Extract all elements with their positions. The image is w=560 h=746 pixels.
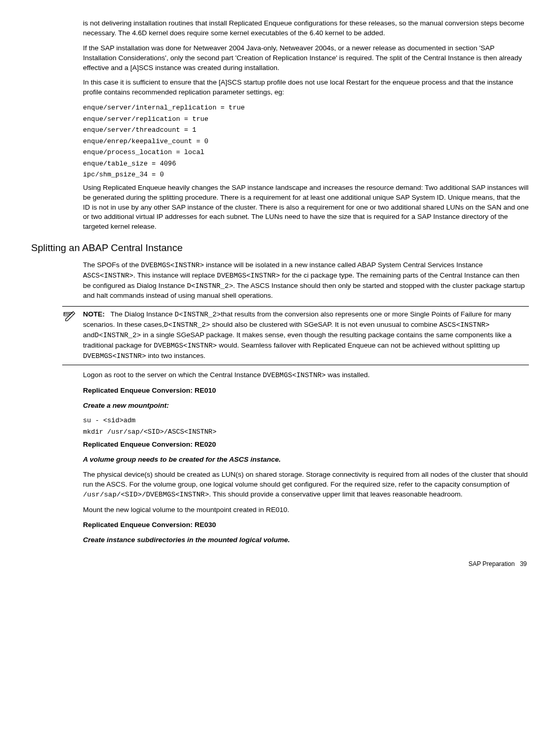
code-inline: D<INSTNR_2>	[164, 321, 210, 329]
code-line: enque/enrep/keepalive_count = 0	[83, 136, 529, 147]
subheading-volume-group: A volume group needs to be created for t…	[83, 455, 529, 465]
text: . This should provide a conservative upp…	[209, 490, 463, 498]
vg-p: The physical device(s) should be created…	[83, 470, 529, 500]
subheading-create-subdirs: Create instance subdirectories in the mo…	[83, 535, 529, 545]
code-line: su - <sid>adm	[83, 416, 529, 426]
subheading-re020: Replicated Enqueue Conversion: RE020	[83, 440, 529, 450]
code-inline: DVEBMGS<INSTNR>	[217, 272, 280, 280]
code-line: enque/server/threadcount = 1	[83, 125, 529, 135]
note-pencil-icon	[62, 310, 77, 327]
text: would. Seamless failover with Replicated…	[217, 341, 500, 349]
footer-label: SAP Preparation	[468, 560, 514, 568]
section-heading: Splitting an ABAP Central Instance	[31, 241, 529, 255]
code-inline: DVEBMGS<INSTNR>	[263, 371, 326, 379]
page-footer: SAP Preparation 39	[31, 560, 527, 569]
text: The physical device(s) should be created…	[83, 471, 528, 488]
text: instance will be isolated in a new insta…	[204, 261, 483, 269]
intro-p3: In this case it is sufficient to ensure …	[83, 78, 529, 98]
text: The SPOFs of the	[83, 261, 141, 269]
code-line: enque/server/internal_replication = true	[83, 103, 529, 113]
code-inline: DVEBMGS<INSTNR>	[141, 261, 204, 269]
subheading-create-mountpoint: Create a new mountpoint:	[83, 401, 529, 411]
code-inline: /usr/sap/<SID>/DVEBMGS<INSTNR>	[83, 491, 209, 499]
after-section: Logon as root to the server on which the…	[83, 370, 529, 545]
intro-section: is not delivering installation routines …	[83, 19, 529, 232]
text: . This instance will replace	[133, 271, 217, 279]
text: should also be clustered with SGeSAP. It…	[210, 321, 439, 328]
code-line: mkdir /usr/sap/<SID>/ASCS<INSTNR>	[83, 427, 529, 437]
code-line: enque/table_size = 4096	[83, 159, 529, 169]
subheading-re030: Replicated Enqueue Conversion: RE030	[83, 520, 529, 530]
note-block: NOTE: The Dialog Instance D<INSTNR_2>tha…	[62, 306, 529, 365]
code-inline: DVEBMGS<INSTNR>	[83, 352, 146, 360]
text: and	[83, 331, 95, 339]
code-line: ipc/shm_psize_34 = 0	[83, 170, 529, 180]
code-inline: D<INSTNR_2>	[175, 311, 221, 319]
text: Logon as root to the server on which the…	[83, 371, 263, 379]
text: The Dialog Instance	[110, 310, 175, 318]
text: was installed.	[326, 371, 370, 379]
logon-p: Logon as root to the server on which the…	[83, 370, 529, 381]
intro-p2: If the SAP installation was done for Net…	[83, 44, 529, 73]
note-label: NOTE:	[83, 310, 105, 318]
text: into two instances.	[146, 352, 206, 360]
split-section: The SPOFs of the DVEBMGS<INSTNR> instanc…	[83, 260, 529, 301]
footer-page: 39	[520, 560, 527, 568]
code-inline: D<INSTNR_2>	[187, 282, 233, 290]
note-text: NOTE: The Dialog Instance D<INSTNR_2>tha…	[83, 310, 529, 361]
code-line: enque/process_location = local	[83, 147, 529, 158]
mount-p: Mount the new logical volume to the moun…	[83, 505, 529, 515]
intro-p1: is not delivering installation routines …	[83, 19, 529, 38]
split-p1: The SPOFs of the DVEBMGS<INSTNR> instanc…	[83, 260, 529, 301]
intro-p4: Using Replicated Enqueue heavily changes…	[83, 183, 529, 232]
subheading-re010: Replicated Enqueue Conversion: RE010	[83, 386, 529, 396]
code-inline: D<INSTNR_2>	[95, 331, 141, 339]
code-inline: DVEBMGS<INSTNR>	[154, 342, 217, 350]
code-inline: ASCS<INSTNR>	[83, 272, 133, 280]
code-inline: ASCS<INSTNR>	[439, 321, 489, 329]
code-line: enque/server/replication = true	[83, 114, 529, 125]
